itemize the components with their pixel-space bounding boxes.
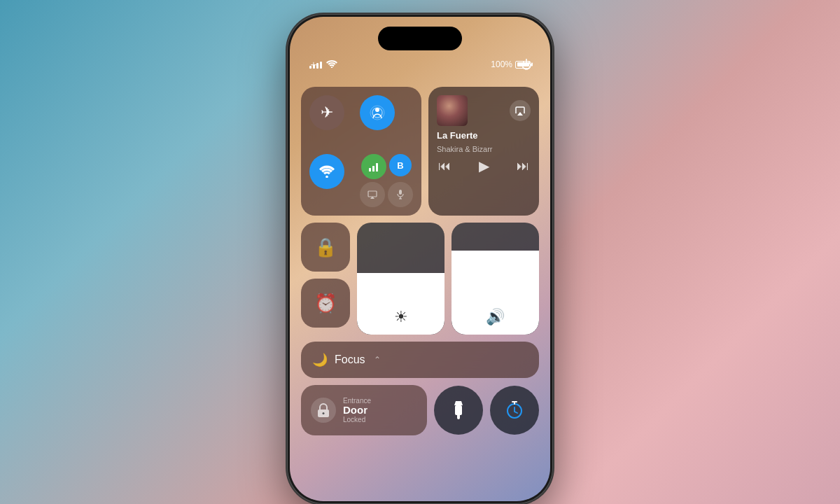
previous-button[interactable]: ⏮ (438, 159, 451, 174)
signal-bar-1 (309, 66, 312, 69)
svg-rect-15 (455, 405, 462, 415)
brightness-slider[interactable]: ☀ (357, 223, 444, 335)
svg-rect-10 (399, 190, 402, 195)
row-focus: 🌙 Focus ⌃ (301, 342, 539, 378)
padlock-icon (316, 402, 330, 418)
dynamic-island (378, 27, 462, 50)
row-lock-actions: Entrance Door Locked (301, 385, 539, 442)
battery-area: 100% (491, 59, 531, 69)
play-pause-button[interactable]: ▶ (479, 158, 489, 174)
status-bar: 100% (290, 59, 550, 70)
timer-button[interactable] (490, 386, 539, 435)
signal-area (309, 59, 337, 70)
timer-icon (505, 401, 524, 419)
tile-nowplaying[interactable]: La Fuerte Shakira & Bizarr ⏮ ▶ ⏭ (428, 87, 539, 216)
next-button[interactable]: ⏭ (517, 159, 529, 174)
focus-button[interactable]: 🌙 Focus ⌃ (301, 342, 539, 378)
svg-point-14 (323, 412, 325, 414)
lock-label-bot: Locked (343, 416, 371, 424)
airplane-mode-button[interactable]: ✈ (309, 95, 344, 130)
lock-screen-button[interactable]: 🔒 (301, 223, 350, 272)
airdrop-icon (370, 105, 385, 120)
phone-wrapper: 100% + ⏻ ✈ (287, 14, 553, 504)
brightness-icon: ☀ (394, 308, 408, 326)
np-top (437, 95, 531, 126)
row-small-tiles-sliders: 🔒 ⏰ ☀ 🔊 (301, 223, 539, 335)
svg-point-4 (326, 176, 328, 178)
signal-bar-4 (320, 62, 322, 69)
cellular-button[interactable] (361, 154, 386, 179)
tile-connectivity[interactable]: ✈ (301, 87, 421, 216)
flashlight-icon (451, 401, 466, 419)
bluetooth-button[interactable]: B (389, 154, 412, 176)
alarm-icon: ⏰ (314, 293, 337, 314)
battery-icon (515, 61, 531, 69)
svg-rect-8 (368, 191, 377, 197)
phone-frame: 100% + ⏻ ✈ (287, 14, 553, 504)
flashlight-button[interactable] (434, 386, 483, 435)
small-tiles-col: 🔒 ⏰ (301, 223, 350, 335)
bluetooth-icon: B (397, 160, 403, 171)
airplay-icon (514, 105, 526, 116)
lock-text: Entrance Door Locked (343, 397, 371, 424)
signal-bars-icon (309, 60, 322, 69)
door-lock-icon (311, 398, 336, 423)
phone-screen: 100% + ⏻ ✈ (290, 17, 550, 501)
airplane-icon: ✈ (321, 104, 333, 122)
settings-icon[interactable]: ⚙ (549, 139, 550, 154)
wifi-icon (319, 165, 335, 178)
row-connectivity-nowplaying: ✈ (301, 87, 539, 216)
moon-icon: 🌙 (312, 352, 328, 368)
screen-mirror-button[interactable] (360, 182, 385, 207)
album-image (437, 95, 468, 126)
focus-chevron-icon: ⌃ (374, 355, 381, 365)
svg-rect-7 (376, 163, 378, 172)
signal-bar-2 (313, 64, 315, 69)
track-title: La Fuerte (437, 130, 531, 141)
track-artist: Shakira & Bizarr (437, 145, 531, 153)
volume-slider[interactable]: 🔊 (451, 223, 539, 335)
svg-rect-5 (369, 168, 371, 172)
battery-percentage: 100% (491, 59, 512, 69)
wifi-status-icon (326, 59, 337, 70)
mic-button[interactable] (388, 182, 413, 207)
entrance-door-lock-button[interactable]: Entrance Door Locked (301, 385, 427, 435)
battery-fill (517, 62, 529, 66)
control-center: ✈ (301, 87, 539, 501)
side-icons: ♥ ♪ ⚙ ● (549, 87, 550, 175)
airdrop-button[interactable] (360, 95, 395, 130)
album-art (437, 95, 468, 126)
wifi-toggle-button[interactable] (309, 154, 344, 189)
svg-rect-6 (372, 166, 374, 172)
focus-label: Focus (335, 354, 365, 366)
screen-mirror-icon (368, 190, 377, 199)
volume-icon: 🔊 (486, 308, 505, 326)
playback-controls: ⏮ ▶ ⏭ (437, 158, 531, 174)
svg-point-0 (331, 66, 332, 68)
cellular-icon (368, 161, 379, 172)
lock-label-mid: Door (343, 405, 371, 416)
mic-icon (397, 190, 404, 200)
airplay-button[interactable] (510, 100, 531, 121)
alarm-button[interactable]: ⏰ (301, 279, 350, 328)
lock-icon: 🔒 (314, 237, 337, 258)
signal-bar-3 (316, 63, 318, 69)
